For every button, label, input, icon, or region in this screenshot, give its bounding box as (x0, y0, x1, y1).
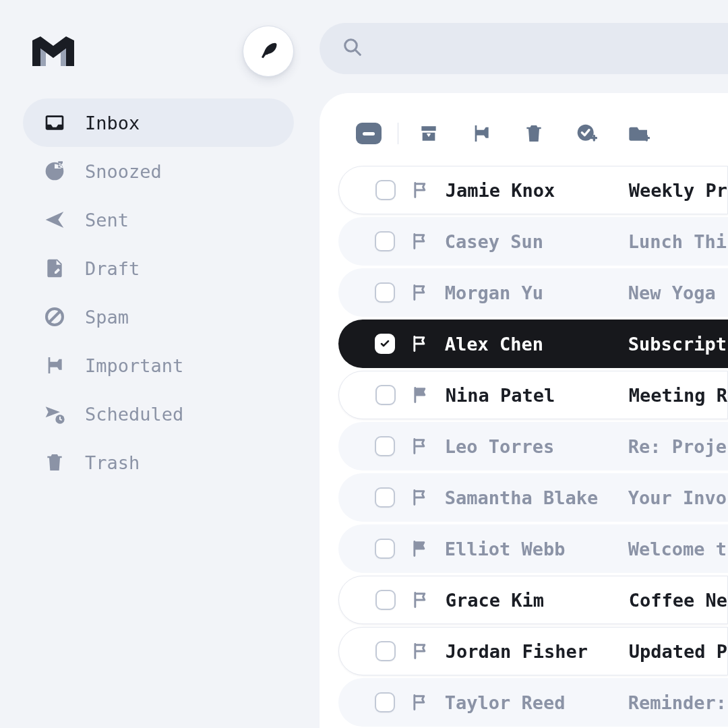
mail-row[interactable]: Casey SunLunch Thi (338, 217, 728, 266)
mail-checkbox[interactable] (375, 692, 395, 712)
mail-flag-icon[interactable] (410, 282, 430, 303)
mail-sender: Alex Chen (445, 334, 613, 355)
scheduled-icon (43, 402, 66, 425)
mail-row[interactable]: Morgan YuNew Yoga (338, 268, 728, 317)
sidebar-item-label: Trash (85, 452, 140, 473)
search-input[interactable] (377, 38, 728, 59)
mail-checkbox[interactable] (375, 590, 396, 610)
mail-subject: Updated P (629, 641, 727, 662)
mail-flag-icon[interactable] (410, 487, 430, 508)
mail-row[interactable]: Elliot WebbWelcome t (338, 524, 728, 573)
sidebar-item-label: Scheduled (85, 404, 183, 425)
search-bar[interactable] (320, 23, 728, 74)
mail-row[interactable]: Leo TorresRe: Proje (338, 422, 728, 471)
sidebar-item-sent[interactable]: Sent (23, 195, 294, 244)
mail-checkbox[interactable] (375, 487, 395, 508)
sidebar-item-spam[interactable]: Spam (23, 293, 294, 341)
spam-icon (43, 305, 66, 328)
mail-checkbox[interactable] (375, 334, 395, 354)
trash-icon (43, 451, 66, 474)
sidebar-item-scheduled[interactable]: Scheduled (23, 390, 294, 438)
mark-read-button[interactable] (575, 122, 598, 145)
mail-row[interactable]: Jamie KnoxWeekly Pr (338, 166, 728, 214)
mail-sender: Leo Torres (445, 436, 613, 457)
mail-row[interactable]: Samantha BlakeYour Invo (338, 473, 728, 522)
mail-sender: Samantha Blake (445, 487, 613, 508)
mail-sender: Nina Patel (446, 385, 614, 406)
compose-button[interactable] (243, 26, 294, 77)
mail-row[interactable]: Alex ChenSubscript (338, 320, 728, 368)
delete-button[interactable] (522, 122, 545, 145)
mail-flag-icon[interactable] (410, 436, 430, 456)
sidebar-item-draft[interactable]: Draft (23, 244, 294, 293)
mail-flag-icon[interactable] (410, 692, 430, 712)
mail-flag-icon[interactable] (411, 385, 431, 405)
sidebar-item-important[interactable]: Important (23, 341, 294, 390)
mail-sender: Elliot Webb (445, 539, 613, 559)
draft-icon (43, 257, 66, 280)
mail-list: Jamie KnoxWeekly PrCasey SunLunch ThiMor… (320, 166, 728, 727)
main-panel: Jamie KnoxWeekly PrCasey SunLunch ThiMor… (313, 0, 728, 728)
mail-row[interactable]: Taylor ReedReminder: (338, 678, 728, 727)
inbox-icon (43, 111, 66, 134)
sidebar-item-label: Important (85, 355, 183, 376)
mail-flag-icon[interactable] (410, 231, 430, 251)
mail-subject: Subscript (628, 334, 727, 355)
sidebar: Inbox Snoozed Sent Draft (0, 0, 313, 728)
snooze-icon (43, 160, 66, 183)
mail-flag-icon[interactable] (410, 334, 430, 354)
select-toggle[interactable] (356, 123, 382, 144)
mail-flag-icon[interactable] (411, 641, 431, 661)
flag-button[interactable] (470, 122, 493, 145)
mail-checkbox[interactable] (375, 282, 395, 303)
sidebar-item-label: Sent (85, 210, 129, 231)
mail-subject: Lunch Thi (628, 231, 727, 252)
mail-sender: Grace Kim (446, 590, 614, 611)
mail-checkbox[interactable] (375, 231, 395, 251)
sidebar-item-label: Draft (85, 258, 140, 279)
archive-button[interactable] (417, 122, 440, 145)
app-logo (32, 36, 74, 66)
mail-subject: Meeting R (629, 385, 727, 406)
mail-sender: Jordan Fisher (446, 641, 614, 662)
mail-row[interactable]: Grace KimCoffee Ne (338, 576, 728, 624)
sidebar-item-label: Inbox (85, 113, 140, 133)
mail-checkbox[interactable] (375, 385, 396, 405)
mail-subject: Reminder: (628, 692, 727, 713)
mail-sender: Jamie Knox (446, 180, 614, 201)
mail-subject: Coffee Ne (629, 590, 727, 611)
mail-checkbox[interactable] (375, 539, 395, 559)
mail-flag-icon[interactable] (410, 539, 430, 559)
mail-subject: Re: Proje (628, 436, 727, 457)
mail-row[interactable]: Nina PatelMeeting R (338, 371, 728, 419)
sidebar-item-snoozed[interactable]: Snoozed (23, 147, 294, 195)
mail-sender: Taylor Reed (445, 692, 613, 713)
mail-panel: Jamie KnoxWeekly PrCasey SunLunch ThiMor… (320, 93, 728, 728)
mail-checkbox[interactable] (375, 641, 396, 661)
sidebar-item-inbox[interactable]: Inbox (23, 98, 294, 147)
mail-checkbox[interactable] (375, 436, 395, 456)
mail-sender: Morgan Yu (445, 282, 613, 303)
mail-flag-icon[interactable] (411, 180, 431, 200)
mail-subject: Your Invo (628, 487, 727, 508)
mail-flag-icon[interactable] (411, 590, 431, 610)
mail-subject: New Yoga (628, 282, 716, 303)
sidebar-item-label: Snoozed (85, 161, 162, 182)
mail-subject: Welcome t (628, 539, 727, 559)
feather-icon (258, 40, 278, 63)
mail-subject: Weekly Pr (629, 180, 727, 201)
mail-toolbar (320, 115, 728, 152)
move-folder-button[interactable] (628, 122, 650, 145)
mail-row[interactable]: Jordan FisherUpdated P (338, 627, 728, 675)
svg-line-1 (49, 311, 60, 322)
mail-checkbox[interactable] (375, 180, 396, 200)
sidebar-item-label: Spam (85, 307, 129, 328)
sent-icon (43, 208, 66, 231)
indeterminate-icon (363, 132, 375, 135)
sidebar-item-trash[interactable]: Trash (23, 438, 294, 487)
toolbar-divider (398, 123, 398, 144)
mail-sender: Casey Sun (445, 231, 613, 252)
flag-icon (43, 354, 66, 377)
svg-line-4 (355, 50, 360, 55)
folder-nav: Inbox Snoozed Sent Draft (23, 98, 294, 487)
